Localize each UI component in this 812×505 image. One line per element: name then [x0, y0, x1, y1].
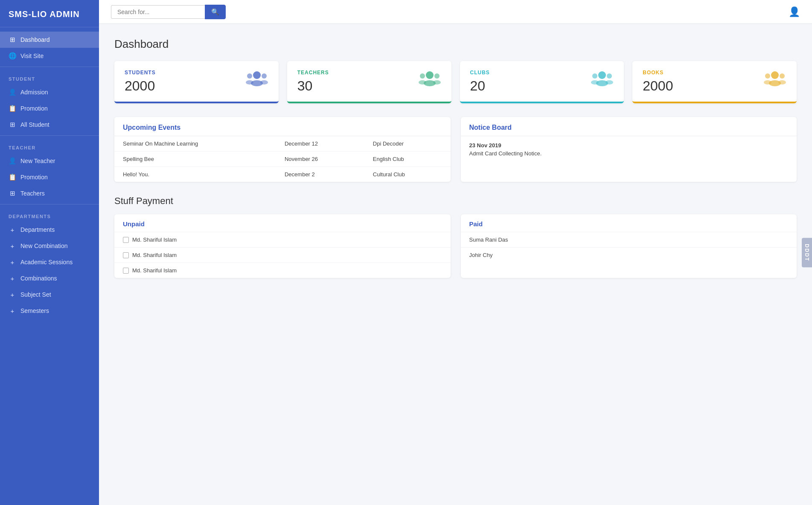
sidebar-item-student-promotion[interactable]: 📋 Promotion — [0, 100, 99, 117]
page-title: Dashboard — [114, 38, 797, 51]
svg-point-15 — [591, 80, 599, 85]
paid-card: Paid Suma Rani Das Johir Chy — [461, 214, 797, 278]
sidebar-label-new-combination: New Combination — [20, 242, 68, 249]
event-date-0: December 12 — [276, 136, 364, 152]
sidebar-label-teacher-promotion: Promotion — [20, 174, 48, 181]
event-date-1: November 26 — [276, 152, 364, 167]
departments-icon: + — [9, 226, 16, 234]
sidebar-item-semesters[interactable]: + Semesters — [0, 303, 99, 319]
search-button[interactable]: 🔍 — [205, 5, 226, 19]
sidebar-item-dashboard[interactable]: ⊞ Dashboard — [0, 32, 99, 48]
section-label-teacher: TEACHER — [0, 138, 99, 153]
sidebar-item-subject-set[interactable]: + Subject Set — [0, 286, 99, 303]
notice-body: 23 Nov 2019 Admit Card Collecting Notice… — [461, 136, 797, 163]
list-item: Suma Rani Das — [461, 232, 797, 247]
list-item: Md. Shariful Islam — [114, 247, 451, 263]
sidebar-item-teacher-promotion[interactable]: 📋 Promotion — [0, 169, 99, 185]
svg-point-9 — [419, 80, 426, 85]
clubs-icon — [591, 70, 614, 96]
user-account-button[interactable]: 👤 — [789, 6, 800, 18]
sidebar-item-all-student[interactable]: ⊞ All Student — [0, 117, 99, 133]
table-row: Spelling Bee November 26 English Club — [114, 152, 451, 167]
event-date-2: December 2 — [276, 167, 364, 182]
sidebar-item-new-combination[interactable]: + New Combination — [0, 238, 99, 254]
semesters-icon: + — [9, 307, 16, 315]
svg-point-8 — [420, 73, 425, 79]
upcoming-events-card: Upcoming Events Seminar On Machine Learn… — [114, 117, 451, 182]
sidebar-item-visit-site[interactable]: 🌐 Visit Site — [0, 48, 99, 64]
sidebar-item-admission[interactable]: 👤 Admission — [0, 84, 99, 100]
sidebar-item-teachers[interactable]: ⊞ Teachers — [0, 185, 99, 201]
sidebar-label-admission: Admission — [20, 89, 48, 96]
teachers-icon: ⊞ — [9, 190, 16, 197]
header-right: 👤 — [789, 6, 800, 18]
academic-sessions-icon: + — [9, 258, 16, 266]
search-input[interactable] — [111, 5, 205, 19]
upcoming-events-title: Upcoming Events — [123, 124, 442, 131]
student-promotion-icon: 📋 — [9, 105, 16, 112]
sidebar: SMS-LIO ADMIN ⊞ Dashboard 🌐 Visit Site S… — [0, 0, 99, 505]
sidebar-item-departments[interactable]: + Departments — [0, 222, 99, 238]
event-club-1: English Club — [364, 152, 451, 167]
event-name-2: Hello! You. — [114, 167, 276, 182]
svg-point-23 — [778, 80, 786, 85]
paid-name-1: Johir Chy — [469, 252, 493, 258]
globe-icon: 🌐 — [9, 52, 16, 60]
section-label-student: STUDENT — [0, 70, 99, 84]
sidebar-label-visit-site: Visit Site — [20, 53, 44, 59]
sidebar-label-student-promotion: Promotion — [20, 105, 48, 112]
svg-point-3 — [246, 80, 253, 85]
event-club-0: Dpi Decoder — [364, 136, 451, 152]
subject-set-icon: + — [9, 291, 16, 298]
svg-point-11 — [433, 80, 441, 85]
table-row: Hello! You. December 2 Cultural Club — [114, 167, 451, 182]
unpaid-checkbox-2[interactable] — [123, 268, 129, 274]
teachers-label: TEACHERS — [297, 70, 329, 76]
unpaid-name-1: Md. Shariful Islam — [132, 252, 177, 258]
event-name-0: Seminar On Machine Learning — [114, 136, 276, 152]
sidebar-label-semesters: Semesters — [20, 307, 49, 314]
user-account-icon: 👤 — [789, 6, 800, 17]
stat-card-students: STUDENTS 2000 — [114, 61, 279, 103]
events-notice-row: Upcoming Events Seminar On Machine Learn… — [114, 117, 797, 182]
paid-title: Paid — [461, 214, 797, 232]
students-value: 2000 — [125, 78, 156, 94]
books-icon — [763, 70, 786, 96]
unpaid-name-0: Md. Shariful Islam — [132, 236, 177, 243]
svg-point-4 — [262, 73, 267, 79]
notice-board-card: Notice Board 23 Nov 2019 Admit Card Coll… — [461, 117, 797, 182]
notice-board-title: Notice Board — [469, 124, 789, 131]
dashboard-icon: ⊞ — [9, 36, 16, 44]
all-student-icon: ⊞ — [9, 121, 16, 128]
unpaid-checkbox-0[interactable] — [123, 237, 129, 243]
sidebar-item-new-teacher[interactable]: 👤 New Teacher — [0, 153, 99, 169]
section-label-departments: DEPARTMENTS — [0, 207, 99, 222]
svg-point-0 — [253, 71, 261, 79]
new-combination-icon: + — [9, 242, 16, 250]
teachers-icon — [418, 70, 441, 96]
svg-point-18 — [771, 71, 779, 79]
side-tab[interactable]: DDDT — [802, 238, 812, 267]
sidebar-item-combinations[interactable]: + Combinations — [0, 270, 99, 286]
books-label: BOOKS — [643, 70, 673, 76]
unpaid-name-2: Md. Shariful Islam — [132, 267, 177, 274]
svg-point-12 — [598, 71, 606, 79]
admission-icon: 👤 — [9, 88, 16, 96]
stat-card-clubs: CLUBS 20 — [460, 61, 624, 103]
sidebar-label-departments: Departments — [20, 226, 55, 233]
svg-point-20 — [765, 73, 770, 79]
unpaid-checkbox-1[interactable] — [123, 252, 129, 258]
sidebar-label-subject-set: Subject Set — [20, 291, 51, 298]
svg-point-10 — [434, 73, 439, 79]
main-content: Dashboard STUDENTS 2000 — [99, 24, 812, 505]
list-item: Md. Shariful Islam — [114, 232, 451, 247]
teacher-promotion-icon: 📋 — [9, 173, 16, 181]
sidebar-item-academic-sessions[interactable]: + Academic Sessions — [0, 254, 99, 270]
students-label: STUDENTS — [125, 70, 156, 76]
header: 🔍 👤 — [99, 0, 812, 24]
payment-row: Unpaid Md. Shariful Islam Md. Shariful I… — [114, 214, 797, 278]
svg-point-5 — [260, 80, 268, 85]
stuff-payment-title: Stuff Payment — [114, 196, 797, 207]
sidebar-label-dashboard: Dashboard — [20, 36, 50, 43]
sidebar-label-combinations: Combinations — [20, 275, 57, 282]
